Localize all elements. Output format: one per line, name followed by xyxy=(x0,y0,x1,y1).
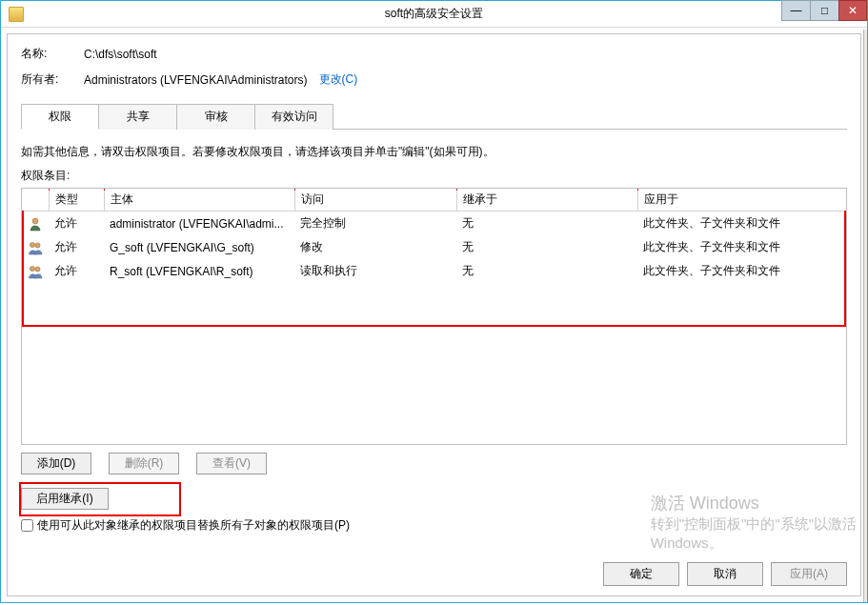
enable-inheritance-button[interactable]: 启用继承(I) xyxy=(21,488,109,510)
close-button[interactable]: ✕ xyxy=(838,0,867,21)
cell-principal: R_soft (LVFENGKAI\R_soft) xyxy=(104,259,294,283)
add-button[interactable]: 添加(D) xyxy=(21,453,91,474)
dialog-content: 名称: C:\dfs\soft\soft 所有者: Administrators… xyxy=(7,33,861,596)
cell-type: 允许 xyxy=(49,212,104,236)
tab-share[interactable]: 共享 xyxy=(99,104,177,130)
folder-icon xyxy=(9,7,24,22)
owner-value: Administrators (LVFENGKAI\Administrators… xyxy=(84,73,308,87)
owner-row: 所有者: Administrators (LVFENGKAI\Administr… xyxy=(21,71,847,88)
entries-label: 权限条目: xyxy=(21,168,847,184)
cell-principal: administrator (LVFENGKAI\admi... xyxy=(104,212,294,236)
column-inherited-from[interactable]: 继承于 xyxy=(456,189,637,212)
apply-button: 应用(A) xyxy=(771,562,847,586)
replace-child-permissions-label: 使用可从此对象继承的权限项目替换所有子对象的权限项目(P) xyxy=(37,517,350,534)
cell-principal: G_soft (LVFENGKAI\G_soft) xyxy=(104,235,294,259)
cell-type: 允许 xyxy=(49,259,104,283)
right-edge-strip xyxy=(863,30,867,602)
cell-access: 修改 xyxy=(294,235,456,259)
table-header-row: 类型 主体 访问 继承于 应用于 xyxy=(22,189,846,212)
tab-effective-access[interactable]: 有效访问 xyxy=(255,104,333,130)
svg-point-4 xyxy=(35,266,40,271)
instructions-text: 如需其他信息，请双击权限项目。若要修改权限项目，请选择该项目并单击"编辑"(如果… xyxy=(21,143,847,160)
window-controls: — □ ✕ xyxy=(781,1,867,27)
dialog-button-row: 确定 取消 应用(A) xyxy=(603,562,847,586)
column-applies-to[interactable]: 应用于 xyxy=(637,189,846,212)
cell-inherited-from: 无 xyxy=(456,235,637,259)
tab-permissions[interactable]: 权限 xyxy=(21,104,99,130)
owner-label: 所有者: xyxy=(21,71,84,88)
name-row: 名称: C:\dfs\soft\soft xyxy=(21,46,847,62)
group-icon xyxy=(28,240,43,255)
view-button: 查看(V) xyxy=(196,453,267,474)
svg-point-3 xyxy=(30,266,34,271)
replace-child-permissions-checkbox[interactable] xyxy=(21,519,33,532)
column-type[interactable]: 类型 xyxy=(49,189,104,212)
maximize-button[interactable]: □ xyxy=(810,0,838,21)
cancel-button[interactable]: 取消 xyxy=(687,562,763,586)
cell-applies-to: 此文件夹、子文件夹和文件 xyxy=(637,259,846,283)
entry-buttons-row: 添加(D) 删除(R) 查看(V) xyxy=(21,453,847,474)
column-principal[interactable]: 主体 xyxy=(104,189,294,212)
permissions-table: 类型 主体 访问 继承于 应用于 允许administrator (LVFENG… xyxy=(22,189,846,283)
ok-button[interactable]: 确定 xyxy=(603,562,679,586)
svg-point-0 xyxy=(32,218,38,224)
permission-entries-list[interactable]: 类型 主体 访问 继承于 应用于 允许administrator (LVFENG… xyxy=(21,188,847,445)
cell-applies-to: 此文件夹、子文件夹和文件 xyxy=(637,235,846,259)
cell-inherited-from: 无 xyxy=(456,212,637,236)
svg-point-2 xyxy=(35,242,40,247)
table-row[interactable]: 允许R_soft (LVFENGKAI\R_soft)读取和执行无此文件夹、子文… xyxy=(22,259,846,283)
cell-type: 允许 xyxy=(49,235,104,259)
column-icon[interactable] xyxy=(22,189,49,212)
tabs: 权限 共享 审核 有效访问 xyxy=(21,103,847,130)
replace-child-permissions-row: 使用可从此对象继承的权限项目替换所有子对象的权限项目(P) xyxy=(21,517,847,534)
table-row[interactable]: 允许administrator (LVFENGKAI\admi...完全控制无此… xyxy=(22,212,846,236)
cell-access: 完全控制 xyxy=(294,212,456,236)
group-icon xyxy=(28,264,43,279)
svg-point-1 xyxy=(30,242,34,247)
tab-audit[interactable]: 审核 xyxy=(177,104,255,130)
table-row[interactable]: 允许G_soft (LVFENGKAI\G_soft)修改无此文件夹、子文件夹和… xyxy=(22,235,846,259)
cell-inherited-from: 无 xyxy=(456,259,637,283)
user-icon xyxy=(28,216,43,232)
titlebar[interactable]: soft的高级安全设置 — □ ✕ xyxy=(1,1,867,28)
cell-applies-to: 此文件夹、子文件夹和文件 xyxy=(637,212,846,236)
remove-button: 删除(R) xyxy=(109,453,179,474)
window-title: soft的高级安全设置 xyxy=(1,6,867,22)
minimize-button[interactable]: — xyxy=(781,0,810,21)
name-value: C:\dfs\soft\soft xyxy=(84,48,157,61)
name-label: 名称: xyxy=(21,46,84,62)
cell-access: 读取和执行 xyxy=(294,259,456,283)
watermark-line3: Windows。 xyxy=(651,534,857,553)
column-access[interactable]: 访问 xyxy=(294,189,456,212)
change-owner-link[interactable]: 更改(C) xyxy=(319,71,358,88)
advanced-security-settings-window: soft的高级安全设置 — □ ✕ 名称: C:\dfs\soft\soft 所… xyxy=(0,0,868,603)
